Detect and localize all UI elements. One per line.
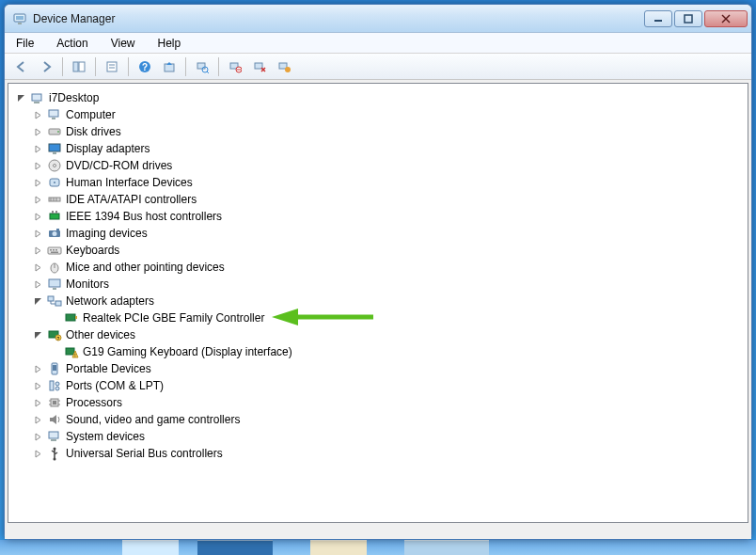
expand-icon[interactable]	[33, 144, 43, 154]
expand-icon[interactable]	[33, 195, 43, 205]
ports-icon	[47, 378, 62, 393]
menu-help[interactable]: Help	[152, 35, 187, 52]
tree-category-keyboard[interactable]: Keyboards	[12, 242, 744, 259]
expand-icon[interactable]	[33, 246, 43, 256]
forward-button[interactable]	[35, 56, 57, 77]
tree-category-monitor[interactable]: Monitors	[12, 276, 744, 293]
svg-rect-8	[79, 62, 85, 71]
expand-icon[interactable]	[33, 279, 43, 290]
svg-rect-67	[50, 381, 54, 390]
properties-button[interactable]	[101, 56, 123, 77]
uninstall-button[interactable]	[224, 56, 246, 77]
svg-rect-42	[55, 211, 57, 214]
menu-action[interactable]: Action	[51, 35, 93, 52]
tree-root-label: i7Desktop	[49, 91, 99, 104]
tree-device-warning[interactable]: ! G19 Gaming Keyboard (Display interface…	[12, 343, 744, 360]
tree-category-disk[interactable]: Disk drives	[12, 123, 744, 140]
expand-icon[interactable]	[33, 381, 43, 391]
tree-category-network[interactable]: Network adapters	[12, 293, 744, 309]
update-driver-button[interactable]	[158, 56, 181, 77]
device-manager-icon	[12, 11, 27, 26]
help-button[interactable]: ?	[134, 56, 156, 77]
minimize-button[interactable]	[644, 10, 672, 27]
svg-point-23	[285, 67, 291, 72]
tree-category-label: Keyboards	[66, 244, 119, 257]
tree-category-ieee1394[interactable]: IEEE 1394 Bus host controllers	[12, 208, 744, 225]
svg-rect-49	[55, 249, 57, 251]
svg-rect-15	[197, 63, 205, 69]
imaging-icon	[47, 226, 62, 241]
svg-point-44	[53, 231, 57, 236]
expand-icon[interactable]	[33, 449, 43, 459]
close-button[interactable]	[704, 10, 748, 27]
tree-category-label: Processors	[66, 396, 122, 409]
enable-button[interactable]	[273, 56, 295, 77]
tree-category-cpu[interactable]: Processors	[12, 394, 744, 411]
expand-icon[interactable]	[33, 432, 43, 442]
expand-icon[interactable]	[33, 110, 43, 120]
collapse-icon[interactable]	[16, 93, 26, 103]
titlebar[interactable]: Device Manager	[5, 5, 751, 33]
scan-hardware-button[interactable]	[191, 56, 213, 77]
menubar: File Action View Help	[5, 33, 751, 54]
tree-category-mouse[interactable]: Mice and other pointing devices	[12, 259, 744, 276]
back-button[interactable]	[10, 56, 33, 77]
svg-rect-57	[66, 314, 75, 321]
tree-category-system[interactable]: System devices	[12, 428, 744, 445]
tree-category-ide[interactable]: IDE ATA/ATAPI controllers	[12, 191, 744, 208]
portable-icon	[47, 361, 62, 376]
svg-rect-62	[66, 348, 74, 355]
maximize-button[interactable]	[674, 10, 702, 27]
window-title: Device Manager	[33, 12, 644, 25]
svg-rect-14	[165, 64, 174, 71]
console-tree-button[interactable]	[68, 56, 90, 77]
tree-category-dvd[interactable]: DVD/CD-ROM drives	[12, 157, 744, 174]
tree-category-ports[interactable]: Ports (COM & LPT)	[12, 377, 744, 394]
expand-icon[interactable]	[33, 212, 43, 222]
expand-icon[interactable]	[33, 161, 43, 171]
tree-category-label: Other devices	[66, 328, 135, 341]
tree-category-hid[interactable]: Human Interface Devices	[12, 174, 744, 191]
tree-category-display[interactable]: Display adapters	[12, 140, 744, 157]
tree-category-label: Universal Serial Bus controllers	[66, 447, 223, 460]
spacer	[50, 347, 60, 357]
svg-rect-66	[53, 365, 56, 371]
expand-icon[interactable]	[33, 229, 43, 239]
expand-icon[interactable]	[33, 262, 43, 273]
svg-rect-9	[107, 62, 117, 71]
tree-device-label: Realtek PCIe GBE Family Controller	[83, 311, 264, 325]
svg-rect-45	[56, 229, 59, 230]
expand-icon[interactable]	[33, 178, 43, 188]
tree-category-imaging[interactable]: Imaging devices	[12, 225, 744, 242]
expand-icon[interactable]	[33, 398, 43, 408]
svg-rect-58	[75, 316, 77, 319]
tree-category-sound[interactable]: Sound, video and game controllers	[12, 411, 744, 428]
collapse-icon[interactable]	[33, 330, 43, 341]
svg-rect-31	[53, 152, 56, 154]
tree-root[interactable]: i7Desktop	[12, 89, 744, 106]
tree-category-usb[interactable]: Universal Serial Bus controllers	[12, 445, 744, 462]
expand-icon[interactable]	[33, 364, 43, 374]
display-icon	[47, 141, 62, 156]
disable-button[interactable]	[248, 56, 271, 77]
device-tree-panel[interactable]: i7Desktop Computer Disk drives Display a…	[8, 83, 748, 523]
expand-icon[interactable]	[33, 415, 43, 425]
toolbar-separator	[218, 57, 219, 76]
tree-category-other[interactable]: ? Other devices	[12, 326, 744, 343]
tree-category-label: IDE ATA/ATAPI controllers	[66, 193, 197, 206]
svg-point-79	[54, 458, 56, 461]
svg-rect-77	[51, 439, 56, 441]
collapse-icon[interactable]	[33, 296, 43, 307]
tree-category-portable[interactable]: Portable Devices	[12, 360, 744, 377]
tree-category-computer[interactable]: Computer	[12, 106, 744, 123]
device-manager-window: Device Manager File Action View Help	[4, 4, 752, 540]
tree-category-label: Monitors	[66, 278, 109, 291]
tree-category-label: DVD/CD-ROM drives	[66, 159, 172, 172]
menu-view[interactable]: View	[105, 35, 141, 52]
expand-icon[interactable]	[33, 127, 43, 137]
menu-file[interactable]: File	[10, 35, 39, 52]
svg-rect-24	[32, 94, 41, 101]
tree-device-nic[interactable]: Realtek PCIe GBE Family Controller	[12, 309, 744, 326]
tree-category-label: Human Interface Devices	[66, 176, 193, 189]
hid-icon	[47, 175, 62, 190]
